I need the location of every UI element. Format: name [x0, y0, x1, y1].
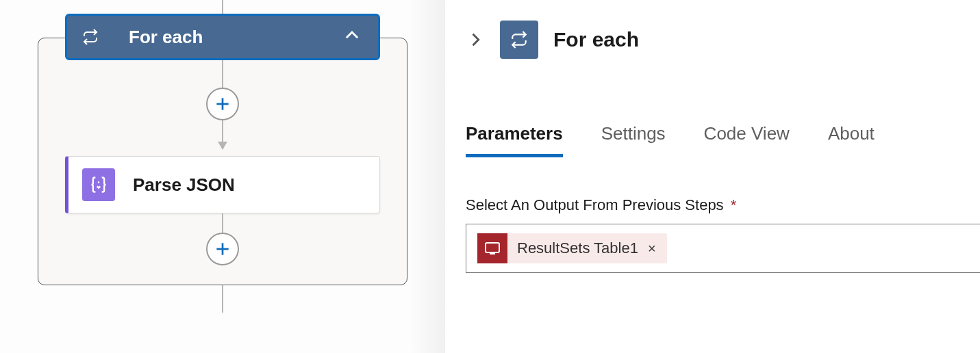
- field-label: Select An Output From Previous Steps *: [466, 196, 980, 214]
- parse-json-card[interactable]: Parse JSON: [65, 156, 380, 213]
- connector-line-inner-1b: [222, 120, 223, 149]
- token-pill: ResultSets Table1 ×: [477, 233, 667, 263]
- token-remove-button[interactable]: ×: [645, 241, 659, 257]
- sql-icon: [477, 233, 507, 263]
- token-text: ResultSets Table1: [517, 239, 638, 257]
- details-header: For each: [466, 21, 980, 59]
- svg-rect-4: [486, 243, 499, 252]
- foreach-container: For each Parse: [38, 38, 407, 285]
- connector-line-inner-1a: [222, 60, 223, 88]
- chevron-up-icon[interactable]: [342, 25, 362, 49]
- tabs: Parameters Settings Code View About: [466, 123, 980, 158]
- tab-about[interactable]: About: [828, 123, 875, 157]
- tab-settings[interactable]: Settings: [601, 123, 666, 157]
- required-mark: *: [731, 196, 737, 213]
- loop-icon: [500, 21, 538, 59]
- details-panel: For each Parameters Settings Code View A…: [445, 0, 980, 353]
- workflow-canvas: For each Parse: [0, 0, 445, 353]
- add-step-button-top[interactable]: [206, 88, 239, 120]
- field-label-text: Select An Output From Previous Steps: [466, 196, 724, 213]
- tab-parameters[interactable]: Parameters: [466, 123, 563, 157]
- chevron-right-icon[interactable]: [466, 30, 485, 49]
- parse-json-title: Parse JSON: [133, 174, 235, 196]
- connector-line-bottom: [222, 285, 223, 313]
- tab-code-view[interactable]: Code View: [704, 123, 790, 157]
- foreach-title: For each: [129, 27, 203, 48]
- details-title: For each: [553, 28, 639, 51]
- braces-icon: [82, 168, 115, 201]
- connector-line-inner-2: [222, 213, 223, 233]
- add-step-button-bottom[interactable]: [206, 233, 239, 265]
- foreach-header[interactable]: For each: [65, 14, 380, 60]
- output-select-input[interactable]: ResultSets Table1 ×: [466, 224, 980, 273]
- loop-icon: [82, 29, 99, 45]
